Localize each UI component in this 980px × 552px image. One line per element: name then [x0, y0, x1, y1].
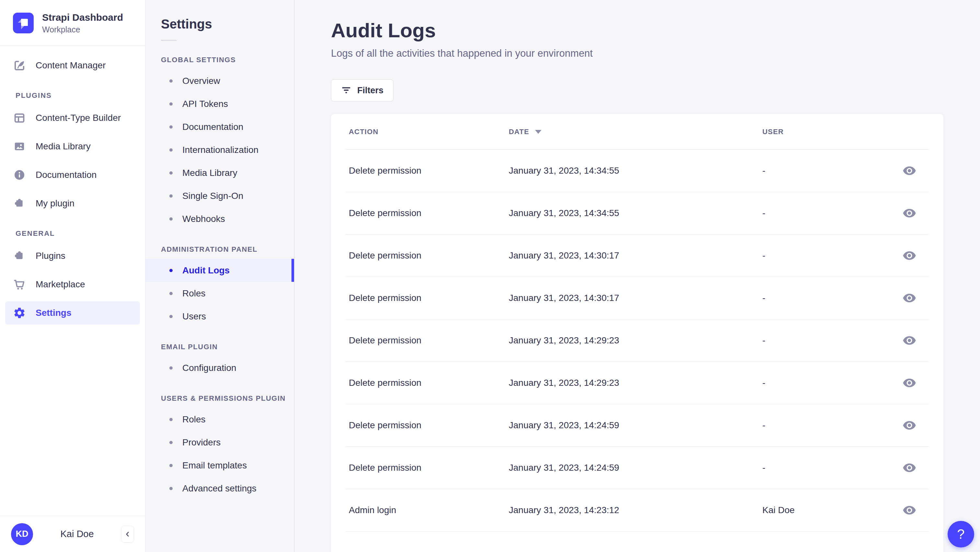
subnav-item-admin-users[interactable]: Users [145, 305, 294, 328]
view-log-button[interactable] [902, 503, 916, 517]
subnav-item-label: Internationalization [182, 145, 258, 155]
image-icon [13, 140, 26, 153]
cell-action: Admin login [349, 505, 509, 515]
subnav-item-label: Configuration [182, 363, 236, 373]
bullet-icon [169, 171, 173, 175]
sidebar-item-marketplace[interactable]: Marketplace [5, 273, 140, 296]
sidebar-item-settings[interactable]: Settings [5, 301, 140, 325]
view-log-button[interactable] [902, 461, 916, 475]
cell-user: Kai Doe [762, 505, 890, 515]
table-row[interactable]: Delete permission January 31, 2023, 14:3… [345, 235, 929, 277]
table-row[interactable]: Delete permission January 31, 2023, 14:2… [345, 362, 929, 404]
sidebar-item-media-library[interactable]: Media Library [5, 135, 140, 158]
subnav-item-admin-roles[interactable]: Roles [145, 282, 294, 305]
avatar[interactable]: KD [11, 523, 33, 545]
sidebar-item-documentation[interactable]: Documentation [5, 163, 140, 186]
table-row[interactable]: Delete permission January 31, 2023, 14:2… [345, 404, 929, 447]
settings-subnav: Settings GLOBAL SETTINGS Overview API To… [145, 0, 294, 552]
table-row[interactable]: Delete permission January 31, 2023, 14:2… [345, 447, 929, 489]
bullet-icon [169, 487, 173, 490]
cart-icon [13, 278, 26, 291]
subnav-item-documentation[interactable]: Documentation [145, 115, 294, 138]
subnav-item-configuration[interactable]: Configuration [145, 356, 294, 379]
subnav-item-api-tokens[interactable]: API Tokens [145, 92, 294, 115]
view-log-button[interactable] [902, 418, 916, 433]
eye-icon [902, 333, 916, 348]
cell-user: - [762, 165, 890, 176]
table-row[interactable]: Delete permission January 31, 2023, 14:3… [345, 192, 929, 235]
sidebar-item-label: Marketplace [36, 279, 85, 290]
puzzle-icon [13, 197, 26, 210]
subnav-item-label: Webhooks [182, 214, 225, 224]
bullet-icon [169, 80, 173, 83]
workspace-name: Workplace [42, 25, 123, 34]
eye-icon [902, 418, 916, 433]
sidebar-item-content-type-builder[interactable]: Content-Type Builder [5, 106, 140, 130]
sidebar-item-content-manager[interactable]: Content Manager [5, 54, 140, 77]
subnav-item-advanced-settings[interactable]: Advanced settings [145, 477, 294, 500]
bullet-icon [169, 269, 173, 272]
view-log-button[interactable] [902, 248, 916, 263]
subnav-item-label: Documentation [182, 122, 243, 132]
main-nav: Content Manager PLUGINS Content-Type Bui… [0, 46, 145, 516]
cell-user: - [762, 250, 890, 261]
eye-icon [902, 248, 916, 263]
subnav-title: Settings [161, 17, 294, 32]
column-header-date[interactable]: DATE [509, 128, 762, 136]
cell-date: January 31, 2023, 14:34:55 [509, 165, 762, 176]
cell-user: - [762, 378, 890, 388]
column-header-action: ACTION [349, 128, 509, 136]
view-log-button[interactable] [902, 164, 916, 178]
sidebar-item-label: Plugins [36, 251, 65, 261]
bullet-icon [169, 315, 173, 318]
bullet-icon [169, 102, 173, 106]
eye-icon [902, 164, 916, 178]
subnav-item-label: API Tokens [182, 99, 228, 109]
section-header: PLUGINS [16, 91, 145, 100]
table-row[interactable]: Delete permission January 31, 2023, 14:3… [345, 277, 929, 320]
subnav-item-single-sign-on[interactable]: Single Sign-On [145, 185, 294, 207]
section-header: GLOBAL SETTINGS [161, 56, 294, 64]
subnav-item-audit-logs[interactable]: Audit Logs [145, 259, 294, 282]
cell-user: - [762, 420, 890, 431]
subnav-item-internationalization[interactable]: Internationalization [145, 138, 294, 161]
view-log-button[interactable] [902, 291, 916, 305]
cell-date: January 31, 2023, 14:29:23 [509, 335, 762, 346]
table-row[interactable]: Delete permission January 31, 2023, 14:2… [345, 320, 929, 362]
gear-icon [13, 307, 26, 320]
view-log-button[interactable] [902, 206, 916, 220]
help-button[interactable]: ? [948, 521, 974, 547]
filters-button-label: Filters [357, 86, 383, 95]
subnav-item-up-roles[interactable]: Roles [145, 408, 294, 431]
view-log-button[interactable] [902, 376, 916, 390]
sort-desc-icon [535, 130, 541, 134]
sidebar-item-plugins[interactable]: Plugins [5, 244, 140, 267]
collapse-sidebar-button[interactable] [121, 526, 134, 542]
bullet-icon [169, 366, 173, 370]
divider [161, 40, 177, 41]
pen-icon [13, 59, 26, 72]
cell-date: January 31, 2023, 14:23:12 [509, 505, 762, 515]
subnav-item-media-library[interactable]: Media Library [145, 161, 294, 185]
section-header: ADMINISTRATION PANEL [161, 245, 294, 254]
subnav-item-email-templates[interactable]: Email templates [145, 454, 294, 477]
cell-action: Delete permission [349, 378, 509, 388]
eye-icon [902, 376, 916, 390]
audit-logs-table: ACTION DATE USER Delete permission Janua… [331, 114, 943, 552]
cell-user: - [762, 335, 890, 346]
sidebar-item-my-plugin[interactable]: My plugin [5, 192, 140, 215]
subnav-item-webhooks[interactable]: Webhooks [145, 207, 294, 230]
filters-button[interactable]: Filters [331, 80, 393, 102]
sidebar-item-label: Content-Type Builder [36, 113, 121, 123]
eye-icon [902, 206, 916, 220]
subnav-item-providers[interactable]: Providers [145, 431, 294, 454]
cell-user: - [762, 463, 890, 473]
subnav-item-overview[interactable]: Overview [145, 69, 294, 92]
sidebar-item-label: Settings [36, 308, 71, 318]
table-row[interactable]: Admin login January 31, 2023, 14:23:12 K… [345, 489, 929, 531]
sidebar-item-label: Media Library [36, 141, 91, 152]
subnav-item-label: Email templates [182, 460, 247, 471]
view-log-button[interactable] [902, 333, 916, 348]
workspace-switcher[interactable]: Strapi Dashboard Workplace [0, 0, 145, 46]
table-row[interactable]: Delete permission January 31, 2023, 14:3… [345, 150, 929, 192]
